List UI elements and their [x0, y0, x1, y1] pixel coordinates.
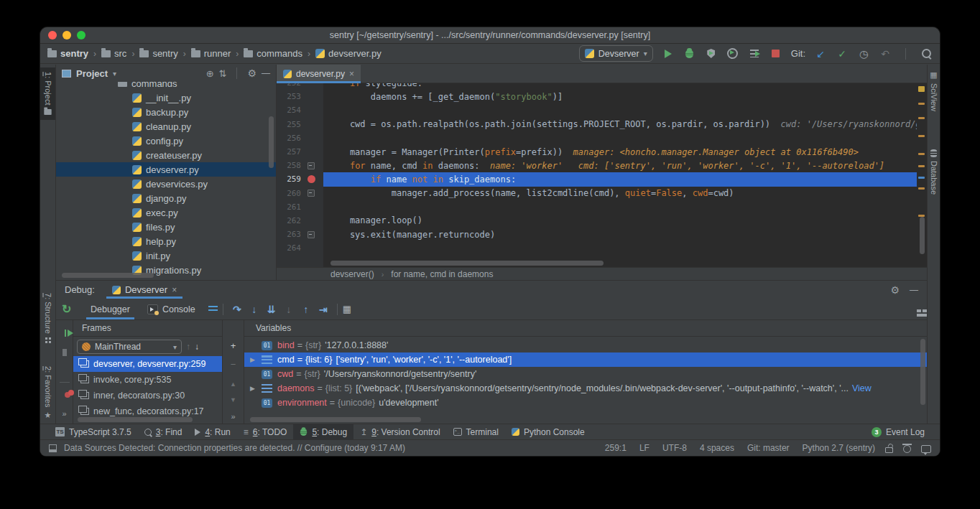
git-rollback-button[interactable]: ↶ [879, 47, 892, 60]
status-item-259-1[interactable]: 259:1 [605, 443, 627, 453]
code-line-264[interactable]: 264 [277, 241, 927, 255]
project-vertical-scrollbar[interactable] [269, 116, 274, 168]
tree-item-backup.py[interactable]: backup.py [56, 105, 276, 119]
variable-row-environment[interactable]: 01environment={unicode}u'development' [244, 396, 927, 410]
fold-icon[interactable] [308, 231, 315, 238]
code-text[interactable]: manager.add_process(name, list2cmdline(c… [323, 187, 927, 200]
status-item-python-2-7-sentry-[interactable]: Python 2.7 (sentry) [803, 443, 875, 453]
run-configuration-select[interactable]: Devserver ▾ [579, 45, 653, 62]
error-stripe-mark[interactable] [918, 153, 925, 155]
tab-debugger[interactable]: Debugger [82, 299, 139, 319]
code-text[interactable]: manager.loop() [323, 214, 927, 228]
tree-item-cleanup.py[interactable]: cleanup.py [56, 119, 276, 134]
more-actions-button[interactable]: » [62, 409, 66, 418]
editor-tab-devserver[interactable]: devserver.py × [277, 65, 361, 83]
toolwindow-button-version-control[interactable]: ↥9: Version Control [353, 424, 446, 439]
project-horizontal-scrollbar[interactable] [62, 273, 154, 278]
toolwindow-button-debug[interactable]: 5: Debug [293, 424, 353, 439]
debug-button[interactable] [683, 47, 696, 60]
error-stripe-mark[interactable] [918, 86, 925, 92]
run-to-cursor-button[interactable]: ⇥ [315, 302, 332, 317]
error-stripe-mark[interactable] [918, 103, 925, 105]
code-text[interactable]: if name not in skip_daemons: [323, 172, 927, 186]
coverage-button[interactable] [705, 47, 718, 60]
code-text[interactable]: manager = Manager(Printer(prefix=prefix)… [323, 145, 927, 159]
breadcrumb-item-sentry[interactable]: sentry [139, 48, 177, 59]
frame-item[interactable]: inner, decorators.py:30 [73, 388, 222, 403]
sidebar-stripe-project[interactable]: 1: Project [40, 67, 55, 120]
breadcrumb-item-runner[interactable]: runner [191, 48, 231, 59]
more-actions-button[interactable]: » [231, 412, 235, 421]
previous-frame-button[interactable]: ↑ [186, 342, 190, 352]
evaluate-expression-icon[interactable]: ▦ [343, 304, 351, 314]
error-stripe-mark[interactable] [918, 117, 925, 119]
sidebar-stripe-database[interactable]: Database [928, 149, 940, 195]
code-line-253[interactable]: 253 daemons += [_get_daemon("storybook")… [277, 90, 927, 103]
locate-file-icon[interactable]: ⊕ [206, 69, 214, 78]
tree-item-init.py[interactable]: init.py [56, 248, 276, 263]
editor-horizontal-scrollbar[interactable] [330, 261, 604, 266]
variables-horizontal-scrollbar[interactable] [250, 417, 421, 422]
status-item-lf[interactable]: LF [639, 443, 650, 453]
hide-panel-icon[interactable]: — [910, 286, 918, 294]
gear-icon[interactable]: ⚙ [247, 68, 256, 78]
tool-window-switcher-icon[interactable] [49, 444, 57, 452]
line-gutter[interactable]: 259 [277, 172, 323, 186]
sidebar-stripe-sciview[interactable]: ▦SciView [928, 70, 940, 111]
current-line-stripe-mark[interactable] [918, 177, 925, 179]
layout-settings-icon[interactable] [208, 306, 218, 313]
move-down-button[interactable]: ▼ [230, 396, 236, 403]
git-history-button[interactable]: ◷ [857, 47, 870, 60]
code-line-261[interactable]: 261 [277, 200, 927, 214]
line-gutter[interactable]: 257 [277, 145, 323, 159]
editor-vertical-scrollbar[interactable] [920, 217, 925, 254]
code-line-259[interactable]: 259 if name not in skip_daemons: [277, 172, 927, 186]
stop-button[interactable] [769, 47, 782, 60]
code-text[interactable]: daemons += [_get_daemon("storybook")] [323, 90, 927, 103]
expander-icon[interactable]: ▶ [250, 385, 262, 392]
step-over-button[interactable]: ↷ [228, 302, 246, 317]
concurrency-diagram-button[interactable] [748, 47, 761, 60]
line-gutter[interactable]: 261 [277, 200, 323, 214]
code-text[interactable]: for name, cmd in daemons: name: 'worker'… [323, 159, 927, 172]
toolwindow-button-terminal[interactable]: Terminal [447, 424, 505, 439]
error-stripe-mark[interactable] [918, 187, 925, 190]
breadcrumb-function[interactable]: devserver() [330, 269, 374, 279]
fold-icon[interactable] [308, 162, 315, 169]
toolwindow-button-find[interactable]: 3: Find [138, 424, 189, 439]
line-gutter[interactable]: 252 [277, 83, 323, 90]
sidebar-stripe-structure[interactable]: 7: Structure [40, 293, 55, 343]
hide-panel-icon[interactable]: — [262, 69, 270, 78]
close-icon[interactable]: × [349, 69, 354, 79]
tree-item-config.py[interactable]: config.py [56, 134, 276, 148]
rerun-icon[interactable]: ↻ [62, 302, 71, 316]
status-item-utf-8[interactable]: UTF-8 [662, 443, 687, 453]
gear-icon[interactable]: ⚙ [890, 285, 900, 295]
status-item-git-master[interactable]: Git: master [747, 443, 790, 453]
error-stripe-mark[interactable] [918, 135, 925, 137]
breakpoint-icon[interactable] [308, 175, 315, 183]
line-gutter[interactable]: 255 [277, 118, 323, 131]
status-message[interactable]: Data Sources Detected: Connection proper… [64, 443, 405, 453]
event-log-button[interactable]: 3Event Log [865, 424, 931, 439]
line-gutter[interactable]: 260 [277, 187, 323, 200]
code-text[interactable] [323, 103, 927, 117]
breadcrumb-item-commands[interactable]: commands [244, 48, 302, 59]
tree-item-exec.py[interactable]: exec.py [56, 205, 276, 220]
chevron-down-icon[interactable]: ▾ [113, 70, 116, 78]
code-line-252[interactable]: 252 if styleguide: [277, 83, 927, 90]
variable-row-bind[interactable]: 01bind={str}'127.0.0.1:8888' [244, 338, 927, 352]
status-item-4-spaces[interactable]: 4 spaces [700, 443, 734, 453]
code-line-262[interactable]: 262 manager.loop() [277, 214, 927, 228]
tree-item-commands[interactable]: commands [56, 82, 276, 90]
variable-row-cmd[interactable]: ▶cmd={list: 6}['sentry', 'run', 'worker'… [244, 352, 927, 367]
code-line-255[interactable]: 255 cwd = os.path.realpath(os.path.join(… [277, 118, 927, 131]
tree-item-devservices.py[interactable]: devservices.py [56, 177, 276, 191]
tree-item-files.py[interactable]: files.py [56, 220, 276, 234]
code-line-260[interactable]: 260 manager.add_process(name, list2cmdli… [277, 187, 927, 200]
code-line-263[interactable]: 263 sys.exit(manager.returncode) [277, 228, 927, 241]
error-stripe-mark[interactable] [918, 165, 925, 167]
view-link[interactable]: View [852, 383, 872, 393]
git-commit-button[interactable]: ✓ [836, 47, 849, 60]
git-update-button[interactable]: ↙ [814, 47, 827, 60]
